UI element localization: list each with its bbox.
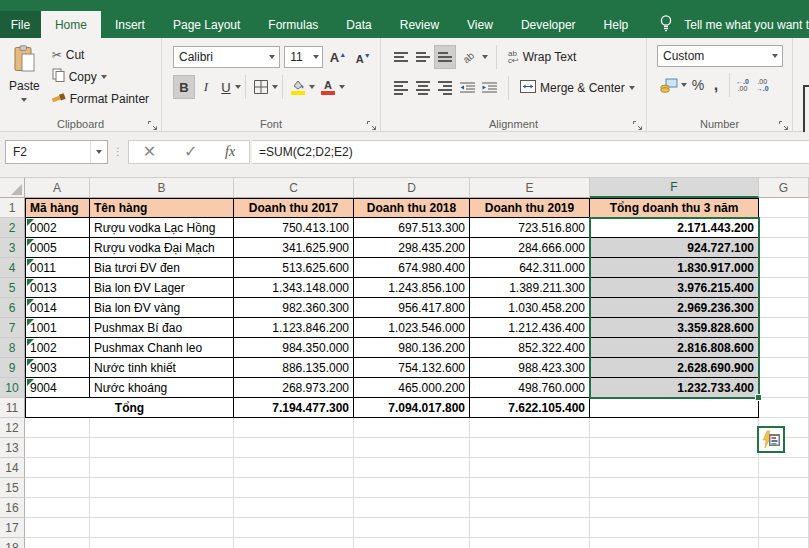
- cell-C11[interactable]: 7.194.477.300: [234, 398, 354, 418]
- cell-E17[interactable]: [470, 518, 590, 538]
- row-header-17[interactable]: 17: [0, 518, 25, 538]
- middle-align-button[interactable]: [412, 45, 434, 69]
- row-header-2[interactable]: 2: [0, 218, 25, 238]
- row-header-1[interactable]: 1: [0, 198, 25, 218]
- bottom-align-button[interactable]: [434, 45, 456, 69]
- cell-E7[interactable]: 1.212.436.400: [470, 318, 590, 338]
- cell-A16[interactable]: [25, 498, 90, 518]
- cell-E13[interactable]: [470, 438, 590, 458]
- cell-F2[interactable]: 2.171.443.200: [590, 218, 759, 238]
- tab-formulas[interactable]: Formulas: [254, 11, 332, 38]
- cell-G14[interactable]: [759, 458, 809, 478]
- fill-color-dropdown-icon[interactable]: [309, 85, 315, 92]
- align-center-button[interactable]: [412, 76, 434, 100]
- select-all-corner[interactable]: [0, 178, 25, 198]
- cell-B9[interactable]: Nước tinh khiết: [90, 358, 234, 378]
- cell-A18[interactable]: [25, 538, 90, 548]
- row-header-4[interactable]: 4: [0, 258, 25, 278]
- cell-G10[interactable]: [759, 378, 809, 398]
- cell-G9[interactable]: [759, 358, 809, 378]
- fill-color-button[interactable]: [287, 75, 309, 99]
- cell-A11[interactable]: Tổng: [25, 398, 234, 418]
- cell-G1[interactable]: [759, 198, 809, 218]
- borders-icon[interactable]: [250, 75, 272, 99]
- cell-D17[interactable]: [354, 518, 470, 538]
- cell-C7[interactable]: 1.123.846.200: [234, 318, 354, 338]
- cell-B15[interactable]: [90, 478, 234, 498]
- cell-F16[interactable]: [590, 498, 759, 518]
- cell-E9[interactable]: 988.423.300: [470, 358, 590, 378]
- cell-G15[interactable]: [759, 478, 809, 498]
- align-right-button[interactable]: [434, 76, 456, 100]
- decrease-indent-button[interactable]: [456, 76, 478, 100]
- cell-A10[interactable]: 9004: [25, 378, 90, 398]
- align-left-button[interactable]: [390, 76, 412, 100]
- font-name-combo[interactable]: Calibri: [173, 46, 280, 68]
- cell-B5[interactable]: Bia lon ĐV Lager: [90, 278, 234, 298]
- insert-function-icon[interactable]: fx: [225, 144, 235, 160]
- tab-view[interactable]: View: [453, 11, 507, 38]
- cell-B18[interactable]: [90, 538, 234, 548]
- name-box[interactable]: F2: [5, 140, 108, 164]
- font-color-dropdown-icon[interactable]: [339, 85, 345, 92]
- row-header-15[interactable]: 15: [0, 478, 25, 498]
- cell-D10[interactable]: 465.000.200: [354, 378, 470, 398]
- cell-D18[interactable]: [354, 538, 470, 548]
- cell-A13[interactable]: [25, 438, 90, 458]
- cell-C15[interactable]: [234, 478, 354, 498]
- font-dialog-launcher-icon[interactable]: [366, 117, 377, 128]
- font-color-button[interactable]: A: [317, 75, 339, 99]
- tab-review[interactable]: Review: [386, 11, 453, 38]
- cell-B16[interactable]: [90, 498, 234, 518]
- tab-file[interactable]: File: [0, 11, 41, 38]
- cell-D7[interactable]: 1.023.546.000: [354, 318, 470, 338]
- top-align-button[interactable]: [390, 45, 412, 69]
- cell-C14[interactable]: [234, 458, 354, 478]
- cell-A15[interactable]: [25, 478, 90, 498]
- row-header-10[interactable]: 10: [0, 378, 25, 398]
- paste-dropdown-icon[interactable]: [21, 98, 27, 105]
- cell-G16[interactable]: [759, 498, 809, 518]
- cell-A12[interactable]: [25, 418, 90, 438]
- cell-F8[interactable]: 2.816.808.600: [590, 338, 759, 358]
- cell-D1[interactable]: Doanh thu 2018: [354, 198, 470, 218]
- font-size-combo[interactable]: 11: [284, 46, 323, 68]
- cell-B8[interactable]: Pushmax Chanh leo: [90, 338, 234, 358]
- cell-A1[interactable]: Mã hàng: [25, 198, 90, 218]
- orientation-button[interactable]: ab: [456, 45, 482, 69]
- cell-F12[interactable]: [590, 418, 759, 438]
- name-box-dropdown-icon[interactable]: [96, 150, 102, 157]
- cell-F5[interactable]: 3.976.215.400: [590, 278, 759, 298]
- format-painter-button[interactable]: Format Painter: [49, 90, 152, 108]
- cell-G7[interactable]: [759, 318, 809, 338]
- orientation-dropdown-icon[interactable]: [482, 55, 488, 62]
- column-header-G[interactable]: G: [759, 178, 809, 198]
- formula-bar-handle[interactable]: ⋮: [113, 146, 123, 157]
- column-header-E[interactable]: E: [470, 178, 590, 198]
- number-format-combo[interactable]: Custom: [657, 45, 783, 67]
- wrap-text-button[interactable]: abc↩ Wrap Text: [505, 49, 579, 65]
- row-header-5[interactable]: 5: [0, 278, 25, 298]
- cell-G2[interactable]: [759, 218, 809, 238]
- cell-C17[interactable]: [234, 518, 354, 538]
- cell-D12[interactable]: [354, 418, 470, 438]
- cell-E14[interactable]: [470, 458, 590, 478]
- cell-B10[interactable]: Nước khoáng: [90, 378, 234, 398]
- row-header-12[interactable]: 12: [0, 418, 25, 438]
- cell-E6[interactable]: 1.030.458.200: [470, 298, 590, 318]
- cell-B12[interactable]: [90, 418, 234, 438]
- row-header-3[interactable]: 3: [0, 238, 25, 258]
- grow-font-button[interactable]: A▲: [327, 45, 348, 69]
- cell-B4[interactable]: Bia tươi ĐV đen: [90, 258, 234, 278]
- row-header-13[interactable]: 13: [0, 438, 25, 458]
- cell-B13[interactable]: [90, 438, 234, 458]
- cell-D13[interactable]: [354, 438, 470, 458]
- cell-F18[interactable]: [590, 538, 759, 548]
- cell-A3[interactable]: 0005: [25, 238, 90, 258]
- row-header-8[interactable]: 8: [0, 338, 25, 358]
- cell-A7[interactable]: 1001: [25, 318, 90, 338]
- cell-E18[interactable]: [470, 538, 590, 548]
- cell-B14[interactable]: [90, 458, 234, 478]
- cell-G8[interactable]: [759, 338, 809, 358]
- cancel-icon[interactable]: ✕: [143, 142, 156, 161]
